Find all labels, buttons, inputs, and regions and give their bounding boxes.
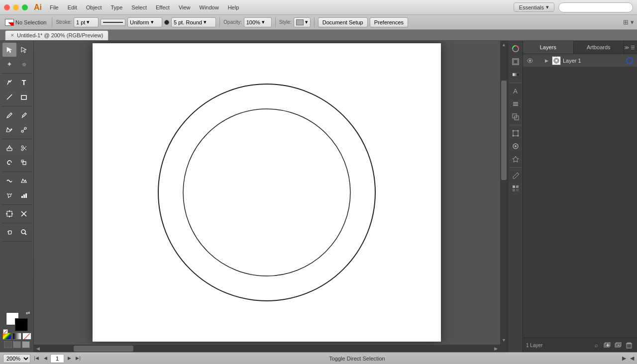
lasso-tool[interactable]: ⌾ (17, 57, 31, 71)
scale-tool[interactable] (17, 156, 31, 170)
essentials-button[interactable]: Essentials ▾ (514, 2, 554, 12)
delete-layer-button[interactable] (624, 341, 634, 349)
page-number-input[interactable] (50, 354, 64, 363)
gradient-panel-icon[interactable] (510, 69, 522, 81)
pathfinder-panel-icon[interactable] (510, 111, 522, 123)
scrollbar-vertical[interactable]: ▲ ▼ (500, 41, 508, 344)
character-panel-icon[interactable]: A (510, 85, 522, 97)
appearance-panel-icon[interactable] (510, 140, 522, 152)
color-panel-icon[interactable] (510, 43, 522, 55)
swatches-panel-icon[interactable] (510, 182, 522, 194)
last-page-button[interactable]: ▶| (74, 354, 82, 362)
close-button[interactable] (4, 4, 10, 10)
maximize-button[interactable] (22, 4, 28, 10)
gradient-mode-button[interactable] (12, 333, 21, 340)
type-tool[interactable]: T (17, 76, 31, 90)
stroke-swatch[interactable] (15, 318, 28, 331)
next-page-button[interactable]: ▶ (65, 354, 73, 362)
align-panel-icon[interactable] (510, 98, 522, 110)
layer-expand-button[interactable]: ▶ (543, 57, 550, 64)
none-color-icon[interactable] (3, 329, 8, 334)
scrollbar-left-button[interactable]: ◀ (34, 345, 42, 352)
layer-visibility-toggle[interactable] (525, 56, 535, 66)
scrollbar-horizontal[interactable]: ◀ ▶ (34, 344, 500, 352)
paint-bucket-tool[interactable] (2, 123, 16, 137)
layer-item[interactable]: ▶ Layer 1 (523, 54, 637, 67)
document-tab[interactable]: ✕ Untitled-1* @ 200% (RGB/Preview) (5, 30, 108, 40)
svg-point-27 (21, 230, 25, 234)
direct-selection-tool[interactable] (17, 43, 31, 57)
artboards-panel-icon[interactable] (510, 56, 522, 68)
reshape-tool[interactable] (17, 174, 31, 188)
brushes-panel-icon[interactable] (510, 170, 522, 182)
stroke-value-select[interactable]: 1 pt ▾ (74, 17, 99, 27)
scrollbar-horizontal-thumb[interactable] (74, 346, 133, 352)
menu-object[interactable]: Object (82, 3, 106, 11)
swap-fill-stroke-icon[interactable]: ⇄ (26, 310, 30, 316)
prev-page-button[interactable]: ◀ (41, 354, 49, 362)
full-screen-no-menu-button[interactable] (22, 341, 30, 348)
add-layer-button[interactable] (602, 341, 612, 349)
magic-wand-tool[interactable]: ✦ (2, 57, 16, 71)
status-arrow-right[interactable]: ▶ (622, 355, 626, 362)
scissors-tool[interactable] (17, 141, 31, 155)
selection-tool[interactable] (2, 43, 16, 57)
graph-tool[interactable] (17, 188, 31, 202)
document-setup-button[interactable]: Document Setup (318, 17, 368, 27)
menu-edit[interactable]: Edit (64, 3, 81, 11)
zoom-tool[interactable] (17, 225, 31, 239)
menu-help[interactable]: Help (224, 3, 243, 11)
eraser-tool[interactable] (2, 141, 16, 155)
hand-tool[interactable] (2, 225, 16, 239)
arrange-icon[interactable]: ⊞ (623, 18, 629, 26)
move-to-layer-button[interactable] (613, 341, 623, 349)
scrollbar-up-button[interactable]: ▲ (500, 41, 508, 49)
panel-expand-icon[interactable]: ≫ (624, 45, 629, 50)
pen-tool[interactable] (2, 76, 16, 90)
minimize-button[interactable] (13, 4, 19, 10)
blend-tool[interactable] (17, 123, 31, 137)
scrollbar-vertical-thumb[interactable] (501, 81, 507, 180)
pencil-tool[interactable] (2, 108, 16, 122)
symbol-sprayer-tool[interactable] (2, 188, 16, 202)
style-select[interactable]: ▾ (294, 17, 311, 27)
status-arrow-left[interactable]: ◀ (630, 355, 634, 362)
scrollbar-down-button[interactable]: ▼ (500, 336, 508, 344)
search-input[interactable] (558, 2, 633, 12)
scrollbar-right-button[interactable]: ▶ (492, 345, 500, 352)
stroke-type-select[interactable]: Uniform ▾ (127, 17, 162, 27)
search-layers-button[interactable]: ⌕ (591, 341, 601, 349)
menu-file[interactable]: File (46, 3, 63, 11)
layers-tab[interactable]: Layers (523, 41, 574, 54)
menu-view[interactable]: View (175, 3, 195, 11)
slice-tool[interactable] (17, 207, 31, 221)
brush-select[interactable]: 5 pt. Round ▾ (171, 17, 216, 27)
panel-menu-icon[interactable]: ☰ (631, 45, 635, 50)
opacity-select[interactable]: 100% ▾ (244, 17, 272, 27)
transform-panel-icon[interactable] (510, 127, 522, 139)
rectangle-tool[interactable] (17, 90, 31, 104)
menu-type[interactable]: Type (107, 3, 127, 11)
first-page-button[interactable]: |◀ (32, 354, 40, 362)
full-screen-mode-button[interactable] (13, 341, 21, 348)
warp-tool[interactable] (2, 174, 16, 188)
rotate-tool[interactable] (2, 156, 16, 170)
zoom-select[interactable]: 200% 100% 150% 50% (3, 354, 30, 363)
artboard-tool[interactable] (2, 207, 16, 221)
menu-select[interactable]: Select (127, 3, 151, 11)
symbols-panel-icon[interactable] (510, 153, 522, 165)
none-mode-button[interactable] (22, 333, 31, 340)
fill-color-indicator[interactable] (5, 19, 14, 26)
artboards-tab[interactable]: Artboards (574, 41, 625, 54)
tab-close-icon[interactable]: ✕ (10, 33, 14, 38)
eyedropper-tool[interactable] (17, 108, 31, 122)
menu-window[interactable]: Window (196, 3, 223, 11)
menu-effect[interactable]: Effect (152, 3, 174, 11)
left-toolbar: ✦ ⌾ T (0, 41, 34, 352)
line-tool[interactable] (2, 90, 16, 104)
more-icon[interactable]: ▾ (631, 18, 634, 26)
stroke-type-indicator[interactable] (101, 19, 125, 26)
normal-screen-mode-button[interactable] (4, 341, 12, 348)
preferences-button[interactable]: Preferences (370, 17, 408, 27)
canvas-area[interactable]: ▲ ▼ ◀ ▶ (34, 41, 508, 352)
